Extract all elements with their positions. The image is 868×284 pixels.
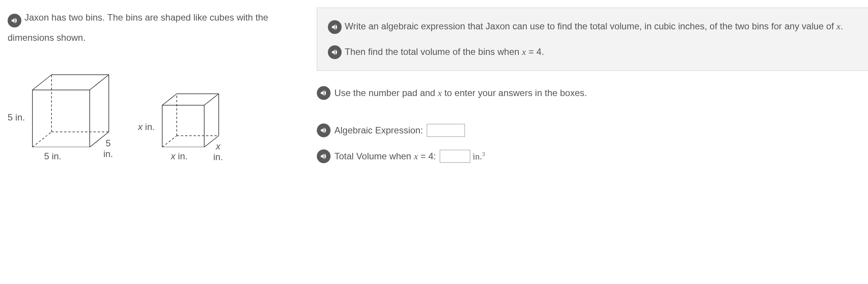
cube-1: 5 in. — [8, 71, 115, 149]
prompt-line-1: Write an algebraic expression that Jaxon… — [328, 16, 865, 37]
svg-marker-9 — [162, 105, 204, 147]
speaker-icon[interactable] — [317, 124, 331, 137]
svg-line-15 — [162, 136, 177, 147]
cube1-depth-label: 5 in. — [101, 138, 115, 159]
prompt-1-text: Write an algebraic expression that Jaxon… — [345, 21, 836, 31]
question-panel: Write an algebraic expression that Jaxon… — [317, 8, 868, 175]
speaker-icon[interactable] — [317, 149, 331, 163]
answer-2-row: Total Volume when x = 4: in.3 — [317, 149, 868, 163]
cube2-depth-label: x in. — [212, 141, 224, 162]
cube2-height-label: x in. — [138, 122, 155, 149]
speaker-icon[interactable] — [317, 86, 331, 100]
svg-line-10 — [162, 94, 177, 105]
instruction-row: Use the number pad and x to enter your a… — [317, 86, 868, 100]
svg-line-2 — [90, 75, 109, 90]
speaker-icon[interactable] — [328, 45, 342, 59]
algebraic-expression-input[interactable] — [427, 124, 465, 137]
svg-line-11 — [204, 94, 219, 105]
answer-2-label: Total Volume when x = 4: — [334, 151, 436, 162]
svg-line-1 — [32, 75, 52, 90]
total-volume-input[interactable] — [440, 150, 470, 163]
speaker-icon[interactable] — [8, 14, 21, 27]
cube-2: x in. — [138, 90, 224, 149]
speaker-icon[interactable] — [328, 20, 342, 34]
answer-2-unit: in.3 — [473, 151, 485, 162]
prompt-1-var: x — [836, 21, 841, 31]
intro-text-content: Jaxon has two bins. The bins are shaped … — [8, 12, 268, 43]
problem-stem: Jaxon has two bins. The bins are shaped … — [8, 8, 305, 175]
prompt-box: Write an algebraic expression that Jaxon… — [317, 8, 868, 71]
instruction-text: Use the number pad and x to enter your a… — [334, 88, 587, 98]
cube2-width-label: x in. — [171, 151, 187, 162]
cube-1-shape — [29, 71, 115, 147]
cube1-height-label: 5 in. — [8, 112, 25, 149]
cubes-figure: 5 in. — [8, 71, 305, 149]
prompt-line-2: Then find the total volume of the bins w… — [328, 42, 865, 62]
intro-text: Jaxon has two bins. The bins are shaped … — [8, 8, 305, 48]
prompt-2-text: Then find the total volume of the bins w… — [345, 47, 522, 57]
cube1-width-label: 5 in. — [44, 151, 61, 162]
answer-1-row: Algebraic Expression: — [317, 124, 868, 137]
svg-marker-0 — [32, 90, 90, 147]
svg-line-6 — [32, 132, 52, 147]
answer-1-label: Algebraic Expression: — [334, 125, 423, 136]
cube-2-shape — [158, 90, 224, 147]
